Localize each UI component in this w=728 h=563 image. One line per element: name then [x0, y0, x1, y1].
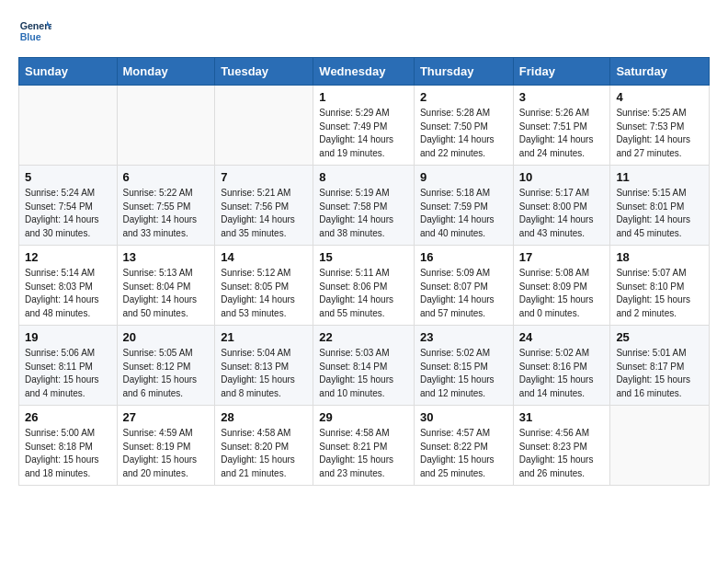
- calendar-cell: 31Sunrise: 4:56 AMSunset: 8:23 PMDayligh…: [513, 406, 610, 486]
- calendar-cell: 19Sunrise: 5:06 AMSunset: 8:11 PMDayligh…: [19, 326, 118, 406]
- day-number: 8: [319, 170, 408, 184]
- day-info: Sunrise: 5:17 AMSunset: 8:00 PMDaylight:…: [519, 187, 605, 240]
- day-number: 9: [420, 170, 507, 184]
- logo: General Blue: [18, 15, 55, 48]
- day-info: Sunrise: 5:25 AMSunset: 7:53 PMDaylight:…: [616, 107, 703, 160]
- calendar-cell: 27Sunrise: 4:59 AMSunset: 8:19 PMDayligh…: [117, 406, 215, 486]
- day-number: 27: [123, 410, 210, 424]
- calendar-header-row: SundayMondayTuesdayWednesdayThursdayFrid…: [19, 58, 710, 86]
- calendar-cell: [215, 86, 313, 166]
- day-info: Sunrise: 5:24 AMSunset: 7:54 PMDaylight:…: [25, 187, 111, 240]
- day-number: 23: [420, 330, 507, 344]
- day-number: 12: [25, 250, 111, 264]
- day-number: 13: [123, 250, 210, 264]
- day-number: 26: [25, 410, 111, 424]
- day-info: Sunrise: 5:12 AMSunset: 8:05 PMDaylight:…: [221, 267, 307, 320]
- calendar-cell: 24Sunrise: 5:02 AMSunset: 8:16 PMDayligh…: [513, 326, 610, 406]
- day-number: 16: [420, 250, 507, 264]
- day-info: Sunrise: 5:19 AMSunset: 7:58 PMDaylight:…: [319, 187, 408, 240]
- calendar-cell: [19, 86, 118, 166]
- calendar-cell: 14Sunrise: 5:12 AMSunset: 8:05 PMDayligh…: [215, 246, 313, 326]
- header: General Blue: [18, 15, 710, 48]
- day-info: Sunrise: 5:02 AMSunset: 8:15 PMDaylight:…: [420, 347, 507, 400]
- calendar-week-row: 12Sunrise: 5:14 AMSunset: 8:03 PMDayligh…: [19, 246, 710, 326]
- calendar-cell: 16Sunrise: 5:09 AMSunset: 8:07 PMDayligh…: [414, 246, 513, 326]
- day-number: 31: [519, 410, 605, 424]
- day-info: Sunrise: 5:13 AMSunset: 8:04 PMDaylight:…: [123, 267, 210, 320]
- day-number: 28: [221, 410, 307, 424]
- calendar-cell: 26Sunrise: 5:00 AMSunset: 8:18 PMDayligh…: [19, 406, 118, 486]
- calendar-cell: 18Sunrise: 5:07 AMSunset: 8:10 PMDayligh…: [610, 246, 710, 326]
- day-info: Sunrise: 5:02 AMSunset: 8:16 PMDaylight:…: [519, 347, 605, 400]
- calendar-cell: 10Sunrise: 5:17 AMSunset: 8:00 PMDayligh…: [513, 166, 610, 246]
- day-number: 25: [616, 330, 703, 344]
- day-info: Sunrise: 5:00 AMSunset: 8:18 PMDaylight:…: [25, 427, 111, 480]
- day-info: Sunrise: 5:11 AMSunset: 8:06 PMDaylight:…: [319, 267, 408, 320]
- day-number: 11: [616, 170, 703, 184]
- calendar-week-row: 19Sunrise: 5:06 AMSunset: 8:11 PMDayligh…: [19, 326, 710, 406]
- calendar-cell: 6Sunrise: 5:22 AMSunset: 7:55 PMDaylight…: [117, 166, 215, 246]
- calendar-header-tuesday: Tuesday: [215, 58, 313, 86]
- calendar: SundayMondayTuesdayWednesdayThursdayFrid…: [18, 57, 710, 486]
- day-number: 4: [616, 90, 703, 104]
- day-number: 15: [319, 250, 408, 264]
- day-number: 29: [319, 410, 408, 424]
- day-info: Sunrise: 5:29 AMSunset: 7:49 PMDaylight:…: [319, 107, 408, 160]
- calendar-cell: 15Sunrise: 5:11 AMSunset: 8:06 PMDayligh…: [313, 246, 415, 326]
- day-info: Sunrise: 5:15 AMSunset: 8:01 PMDaylight:…: [616, 187, 703, 240]
- day-number: 3: [519, 90, 605, 104]
- calendar-week-row: 5Sunrise: 5:24 AMSunset: 7:54 PMDaylight…: [19, 166, 710, 246]
- day-info: Sunrise: 5:28 AMSunset: 7:50 PMDaylight:…: [420, 107, 507, 160]
- day-info: Sunrise: 5:03 AMSunset: 8:14 PMDaylight:…: [319, 347, 408, 400]
- day-info: Sunrise: 5:22 AMSunset: 7:55 PMDaylight:…: [123, 187, 210, 240]
- calendar-cell: 12Sunrise: 5:14 AMSunset: 8:03 PMDayligh…: [19, 246, 118, 326]
- calendar-cell: 5Sunrise: 5:24 AMSunset: 7:54 PMDaylight…: [19, 166, 118, 246]
- day-info: Sunrise: 5:05 AMSunset: 8:12 PMDaylight:…: [123, 347, 210, 400]
- page: General Blue SundayMondayTuesdayWednesda…: [0, 0, 728, 500]
- calendar-header-monday: Monday: [117, 58, 215, 86]
- calendar-cell: 1Sunrise: 5:29 AMSunset: 7:49 PMDaylight…: [313, 86, 415, 166]
- calendar-header-sunday: Sunday: [19, 58, 118, 86]
- calendar-cell: 11Sunrise: 5:15 AMSunset: 8:01 PMDayligh…: [610, 166, 710, 246]
- calendar-cell: 22Sunrise: 5:03 AMSunset: 8:14 PMDayligh…: [313, 326, 415, 406]
- day-info: Sunrise: 5:08 AMSunset: 8:09 PMDaylight:…: [519, 267, 605, 320]
- day-number: 19: [25, 330, 111, 344]
- day-info: Sunrise: 4:58 AMSunset: 8:21 PMDaylight:…: [319, 427, 408, 480]
- day-info: Sunrise: 5:01 AMSunset: 8:17 PMDaylight:…: [616, 347, 703, 400]
- day-info: Sunrise: 4:59 AMSunset: 8:19 PMDaylight:…: [123, 427, 210, 480]
- calendar-cell: 3Sunrise: 5:26 AMSunset: 7:51 PMDaylight…: [513, 86, 610, 166]
- day-number: 6: [123, 170, 210, 184]
- day-number: 17: [519, 250, 605, 264]
- calendar-cell: 8Sunrise: 5:19 AMSunset: 7:58 PMDaylight…: [313, 166, 415, 246]
- calendar-header-thursday: Thursday: [414, 58, 513, 86]
- calendar-cell: 20Sunrise: 5:05 AMSunset: 8:12 PMDayligh…: [117, 326, 215, 406]
- calendar-cell: 2Sunrise: 5:28 AMSunset: 7:50 PMDaylight…: [414, 86, 513, 166]
- day-info: Sunrise: 5:18 AMSunset: 7:59 PMDaylight:…: [420, 187, 507, 240]
- calendar-week-row: 1Sunrise: 5:29 AMSunset: 7:49 PMDaylight…: [19, 86, 710, 166]
- calendar-week-row: 26Sunrise: 5:00 AMSunset: 8:18 PMDayligh…: [19, 406, 710, 486]
- calendar-cell: [117, 86, 215, 166]
- day-number: 7: [221, 170, 307, 184]
- day-info: Sunrise: 5:14 AMSunset: 8:03 PMDaylight:…: [25, 267, 111, 320]
- calendar-cell: 13Sunrise: 5:13 AMSunset: 8:04 PMDayligh…: [117, 246, 215, 326]
- day-number: 1: [319, 90, 408, 104]
- day-info: Sunrise: 4:58 AMSunset: 8:20 PMDaylight:…: [221, 427, 307, 480]
- day-info: Sunrise: 5:07 AMSunset: 8:10 PMDaylight:…: [616, 267, 703, 320]
- calendar-header-friday: Friday: [513, 58, 610, 86]
- day-number: 5: [25, 170, 111, 184]
- svg-text:Blue: Blue: [20, 31, 41, 42]
- calendar-cell: 4Sunrise: 5:25 AMSunset: 7:53 PMDaylight…: [610, 86, 710, 166]
- day-number: 2: [420, 90, 507, 104]
- day-info: Sunrise: 5:06 AMSunset: 8:11 PMDaylight:…: [25, 347, 111, 400]
- calendar-cell: 29Sunrise: 4:58 AMSunset: 8:21 PMDayligh…: [313, 406, 415, 486]
- calendar-cell: 23Sunrise: 5:02 AMSunset: 8:15 PMDayligh…: [414, 326, 513, 406]
- calendar-header-saturday: Saturday: [610, 58, 710, 86]
- calendar-cell: 17Sunrise: 5:08 AMSunset: 8:09 PMDayligh…: [513, 246, 610, 326]
- generalblue-logo-icon: General Blue: [18, 15, 51, 48]
- day-number: 14: [221, 250, 307, 264]
- calendar-cell: 21Sunrise: 5:04 AMSunset: 8:13 PMDayligh…: [215, 326, 313, 406]
- calendar-cell: [610, 406, 710, 486]
- day-number: 21: [221, 330, 307, 344]
- day-number: 10: [519, 170, 605, 184]
- calendar-cell: 9Sunrise: 5:18 AMSunset: 7:59 PMDaylight…: [414, 166, 513, 246]
